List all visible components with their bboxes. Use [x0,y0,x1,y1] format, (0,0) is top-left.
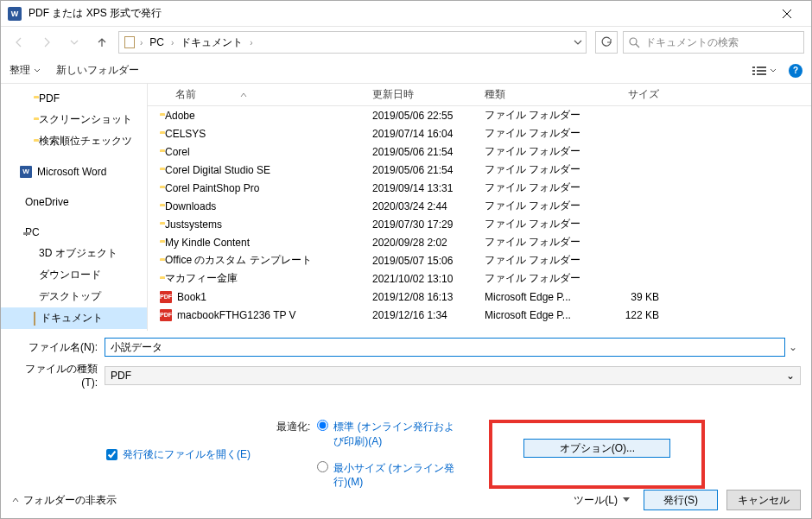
table-row[interactable]: PDFBook12019/12/08 16:13Microsoft Edge P… [148,288,811,306]
optimize-standard-radio[interactable]: 標準 (オンライン発行および印刷)(A) [317,420,463,449]
arrow-right-icon [41,36,53,48]
file-name: Corel PaintShop Pro [165,182,259,194]
organize-menu[interactable]: 整理 [10,63,41,78]
search-box[interactable]: ドキュメントの検索 [623,31,804,54]
nav-up-button[interactable] [91,31,113,54]
sidebar-item[interactable]: 検索順位チェックツ [1,130,147,152]
chevron-down-icon [574,39,582,46]
file-type: ファイル フォルダー [485,199,597,213]
help-button[interactable]: ? [789,64,802,78]
breadcrumb-item-documents[interactable]: ドキュメント [177,34,246,52]
filename-input[interactable] [105,338,785,357]
cancel-button[interactable]: キャンセル [726,490,801,510]
svg-rect-6 [757,73,766,75]
table-row[interactable]: Corel2019/05/06 21:54ファイル フォルダー [148,142,811,161]
file-name: マカフィー金庫 [165,271,238,286]
arrow-left-icon [13,36,25,48]
breadcrumb-dropdown[interactable] [574,39,582,46]
table-row[interactable]: My Kindle Content2020/09/28 2:02ファイル フォル… [148,233,811,251]
tools-menu[interactable]: ツール(L) [568,493,635,508]
close-icon [782,9,792,19]
new-folder-button[interactable]: 新しいフォルダー [56,63,139,78]
file-date: 2020/03/24 2:44 [372,200,485,212]
file-name: Office のカスタム テンプレート [165,253,312,268]
chevron-down-icon [770,68,777,73]
hide-folders-button[interactable]: フォルダーの非表示 [11,493,117,508]
options-highlight: オプション(O)... [489,420,705,489]
sidebar-item[interactable]: ドキュメント [1,307,147,329]
file-date: 2021/10/02 13:10 [372,273,485,285]
publish-button[interactable]: 発行(S) [644,490,718,510]
nav-recent-button[interactable] [63,31,86,54]
nav-forward-button[interactable] [35,31,58,54]
table-row[interactable]: Office のカスタム テンプレート2019/05/07 15:06ファイル … [148,251,811,269]
sidebar-item[interactable]: WMicrosoft Word [1,161,147,182]
sidebar-item-label: 3D オブジェクト [39,246,117,261]
table-row[interactable]: Corel Digital Studio SE2019/05/06 21:54フ… [148,161,811,179]
filetype-value: PDF [111,370,131,382]
refresh-icon [600,36,612,48]
open-after-input[interactable] [106,449,117,460]
nav-back-button[interactable] [8,31,30,54]
file-type: Microsoft Edge P... [485,309,597,321]
file-date: 2019/12/08 16:13 [372,291,485,303]
table-row[interactable]: Adobe2019/05/06 22:55ファイル フォルダー [148,106,811,124]
sidebar-item[interactable]: ピクチャ [1,329,147,331]
col-type-header[interactable]: 種類 [485,87,597,102]
table-row[interactable]: CELSYS2019/07/14 16:04ファイル フォルダー [148,124,811,142]
table-row[interactable]: Corel PaintShop Pro2019/09/14 13:31ファイル … [148,179,811,197]
chevron-down-icon [34,68,41,73]
table-row[interactable]: Justsystems2019/07/30 17:29ファイル フォルダー [148,215,811,233]
view-options-button[interactable] [752,66,777,76]
options-button[interactable]: オプション(O)... [523,439,670,458]
col-size-header[interactable]: サイズ [597,87,666,102]
refresh-button[interactable] [595,31,618,54]
chevron-down-icon [70,39,79,46]
sidebar-item[interactable]: スクリーンショット [1,109,147,130]
svg-rect-5 [752,73,755,75]
sidebar-item[interactable]: PDF [1,87,147,109]
sidebar-item-label: スクリーンショット [39,112,132,127]
pdf-icon: PDF [160,309,172,321]
table-row[interactable]: Downloads2020/03/24 2:44ファイル フォルダー [148,197,811,215]
filetype-combo[interactable]: PDF ⌄ [105,366,801,385]
sidebar-item[interactable]: 3D オブジェクト [1,243,147,264]
file-type: ファイル フォルダー [485,180,597,195]
file-date: 2019/05/06 22:55 [372,110,485,122]
title-bar: W PDF または XPS 形式で発行 [1,1,811,27]
table-row[interactable]: マカフィー金庫2021/10/02 13:10ファイル フォルダー [148,269,811,288]
sidebar-item[interactable]: ダウンロード [1,264,147,286]
sidebar-item[interactable]: OneDrive [1,191,147,212]
file-list-header: 名前 更新日時 種類 サイズ [148,84,811,106]
file-name: My Kindle Content [165,237,250,249]
svg-rect-3 [752,70,755,72]
chevron-right-icon: › [169,38,175,47]
pdf-icon: PDF [160,291,172,303]
filename-label: ファイル名(N): [11,340,105,355]
sidebar-item[interactable]: デスクトップ [1,286,147,307]
filename-dropdown[interactable]: ⌄ [785,341,801,353]
file-name: Corel Digital Studio SE [165,164,270,176]
footer: フォルダーの非表示 ツール(L) 発行(S) キャンセル [1,482,811,518]
search-icon [629,37,640,48]
table-row[interactable]: PDFmacbookFTHG1236 TP V2019/12/16 1:34Mi… [148,306,811,324]
close-button[interactable] [770,2,804,26]
breadcrumb-item-pc[interactable]: PC [146,35,168,50]
open-after-label: 発行後にファイルを開く(E) [123,447,251,462]
col-name-header[interactable]: 名前 [148,87,372,102]
search-placeholder: ドキュメントの検索 [645,35,739,50]
file-type: Microsoft Edge P... [485,291,597,303]
file-date: 2019/05/07 15:06 [372,255,485,267]
col-date-header[interactable]: 更新日時 [372,87,485,102]
sidebar-item[interactable]: PC [1,221,147,243]
breadcrumb[interactable]: › PC › ドキュメント › [118,31,587,54]
sidebar-item-label: 検索順位チェックツ [39,134,132,149]
open-after-checkbox[interactable]: 発行後にファイルを開く(E) [106,420,251,490]
file-date: 2019/05/06 21:54 [372,146,485,158]
file-type: ファイル フォルダー [485,162,597,177]
file-size: 39 KB [597,291,666,303]
file-date: 2019/05/06 21:54 [372,164,485,176]
main-area: PDFスクリーンショット検索順位チェックツWMicrosoft WordOneD… [1,84,811,331]
bottom-panel: ファイル名(N): ⌄ ファイルの種類(T): PDF ⌄ 発行後にファイルを開… [1,331,811,502]
file-name: Book1 [177,291,206,303]
